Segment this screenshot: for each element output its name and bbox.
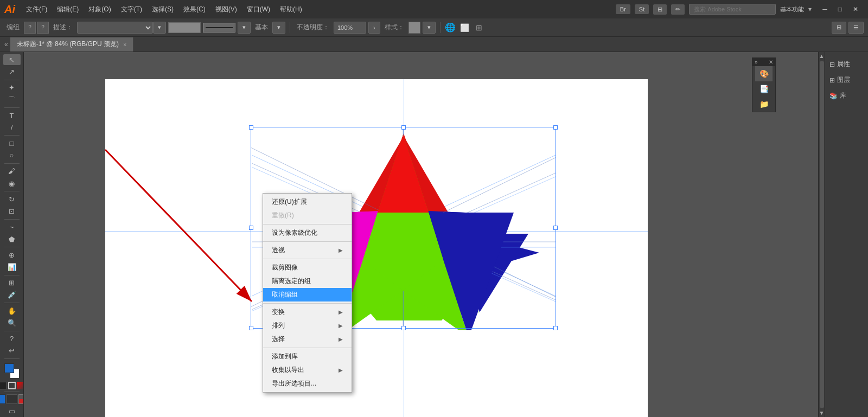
ctx-pixel-optimize[interactable]: 设为像素级优化 bbox=[263, 226, 352, 240]
transform-icon[interactable]: ⬜ bbox=[458, 23, 471, 32]
normal-mode-btn[interactable] bbox=[0, 394, 5, 404]
undo-tool[interactable]: ↩ bbox=[3, 345, 21, 356]
fill-icon[interactable] bbox=[0, 382, 7, 389]
shape-builder-tool[interactable]: ⬟ bbox=[3, 234, 21, 245]
fp-layers-icon[interactable]: 📑 bbox=[755, 81, 773, 97]
scroll-down-btn[interactable]: ▼ bbox=[818, 409, 825, 417]
stroke-style-btn[interactable]: ▾ bbox=[238, 22, 251, 34]
br-icon-btn[interactable]: Br bbox=[616, 4, 630, 14]
artboard-tool[interactable]: ⊞ bbox=[3, 278, 21, 288]
ctx-undo[interactable]: 还原(U)扩展 bbox=[263, 195, 352, 209]
scroll-thumb[interactable] bbox=[820, 61, 824, 408]
grid-icon-btn[interactable]: ⊞ bbox=[653, 4, 667, 15]
library-panel-btn[interactable]: 📚 库 bbox=[825, 88, 868, 104]
stroke-icon[interactable] bbox=[8, 382, 16, 389]
select-tool[interactable]: ↖ bbox=[3, 54, 21, 65]
tool-option-2[interactable]: ? bbox=[37, 22, 49, 34]
style-preview[interactable] bbox=[409, 22, 420, 34]
fp-close-icon[interactable]: ✕ bbox=[769, 59, 773, 65]
hand-tool[interactable]: ✋ bbox=[3, 305, 21, 316]
transform2-icon[interactable]: ⊞ bbox=[474, 23, 484, 32]
transform-arrow-icon: ▶ bbox=[339, 309, 343, 315]
text-tool[interactable]: T bbox=[3, 110, 21, 121]
rect-tool[interactable]: □ bbox=[3, 138, 21, 149]
close-button[interactable]: ✕ bbox=[847, 0, 864, 18]
paintbrush-tool[interactable]: 🖌 bbox=[3, 166, 21, 177]
menu-object[interactable]: 对象(O) bbox=[84, 3, 115, 16]
ctx-ungroup[interactable]: 取消编组 bbox=[263, 288, 352, 301]
ctx-add-to-library[interactable]: 添加到库 bbox=[263, 350, 352, 363]
color-squares[interactable] bbox=[4, 363, 20, 378]
toolbar: 编组 ? ? 描述： ▾ ▾ 基本 ▾ 不透明度： › 样式： ▾ 🌐 ⬜ ⊞ … bbox=[0, 18, 868, 37]
menu-select[interactable]: 选择(S) bbox=[148, 3, 178, 16]
screen-mode-1-btn[interactable] bbox=[7, 394, 17, 404]
globe-icon[interactable]: 🌐 bbox=[445, 22, 456, 33]
properties-panel-btn[interactable]: ⊟ 属性 bbox=[825, 56, 868, 72]
pen-icon-btn[interactable]: ✏ bbox=[671, 4, 685, 15]
opacity-input[interactable] bbox=[334, 22, 366, 34]
question-tool[interactable]: ? bbox=[3, 333, 21, 344]
symbol-tool[interactable]: ⊕ bbox=[3, 249, 21, 260]
menu-file[interactable]: 文件(F) bbox=[22, 3, 52, 16]
menu-text[interactable]: 文字(T) bbox=[117, 3, 146, 16]
menu-effect[interactable]: 效果(C) bbox=[179, 3, 210, 16]
pen-tool[interactable]: ✦ bbox=[3, 82, 21, 93]
ctx-perspective[interactable]: 透视 ▶ bbox=[263, 243, 352, 257]
change-screen-btn[interactable]: ▭ bbox=[3, 406, 21, 417]
fp-library-icon[interactable]: 📁 bbox=[755, 97, 773, 112]
st-icon-btn[interactable]: St bbox=[635, 4, 649, 14]
stroke-select[interactable] bbox=[77, 22, 153, 34]
direct-select-tool[interactable]: ↗ bbox=[3, 66, 21, 77]
ctx-redo: 重做(R) bbox=[263, 209, 352, 222]
ellipse-tool[interactable]: ○ bbox=[3, 150, 21, 161]
fp-color-icon[interactable]: 🎨 bbox=[755, 66, 773, 81]
graph-tool[interactable]: 📊 bbox=[3, 261, 21, 272]
menu-window[interactable]: 窗口(W) bbox=[242, 3, 275, 16]
search-input[interactable] bbox=[689, 4, 776, 15]
opacity-more-btn[interactable]: › bbox=[368, 22, 380, 34]
panel-toggle-2[interactable]: ☰ bbox=[848, 22, 864, 34]
color-area bbox=[0, 363, 24, 389]
chevron-down-icon[interactable]: ▾ bbox=[808, 5, 812, 13]
blob-brush-tool[interactable]: ◉ bbox=[3, 178, 21, 189]
ctx-transform[interactable]: 变换 ▶ bbox=[263, 305, 352, 319]
main-tab[interactable]: 未标题-1* @ 84% (RGB/GPU 预览) × bbox=[10, 37, 134, 52]
ctx-select[interactable]: 选择 ▶ bbox=[263, 332, 352, 346]
ctx-export-selected[interactable]: 导出所选项目... bbox=[263, 377, 352, 390]
screen-mode-2-btn[interactable] bbox=[18, 394, 24, 404]
fill-preview[interactable] bbox=[168, 22, 201, 33]
warp-tool[interactable]: ~ bbox=[3, 222, 21, 233]
panel-toggle-1[interactable]: ⊞ bbox=[832, 22, 846, 34]
canvas-area[interactable]: 还原(U)扩展 重做(R) 设为像素级优化 透视 ▶ 裁剪图像 隔离选定的组 bbox=[24, 52, 825, 417]
tab-close-btn[interactable]: × bbox=[123, 41, 126, 48]
fp-expand-icon[interactable]: » bbox=[755, 59, 758, 65]
tool-option-1[interactable]: ? bbox=[24, 22, 36, 34]
ctx-collect-export[interactable]: 收集以导出 ▶ bbox=[263, 363, 352, 377]
maximize-button[interactable]: □ bbox=[833, 0, 847, 18]
tabs-left-icon[interactable]: « bbox=[2, 41, 10, 48]
none-icon[interactable] bbox=[17, 382, 24, 389]
eyedropper-tool[interactable]: 💉 bbox=[3, 290, 21, 300]
line-tool[interactable]: / bbox=[3, 122, 21, 133]
fg-color-swatch[interactable] bbox=[4, 363, 14, 373]
jiben-btn[interactable]: ▾ bbox=[272, 22, 285, 34]
menu-help[interactable]: 帮助(H) bbox=[276, 3, 307, 16]
stroke-dropdown-btn[interactable]: ▾ bbox=[153, 22, 166, 34]
opacity-label: 不透明度： bbox=[295, 23, 331, 32]
rotate-tool[interactable]: ↻ bbox=[3, 194, 21, 204]
menu-view[interactable]: 视图(V) bbox=[211, 3, 241, 16]
far-right-panel: ⊟ 属性 ⊞ 图层 📚 库 bbox=[825, 52, 868, 417]
style-dropdown-btn[interactable]: ▾ bbox=[423, 22, 436, 34]
scale-tool[interactable]: ⊡ bbox=[3, 206, 21, 216]
ctx-crop-image[interactable]: 裁剪图像 bbox=[263, 261, 352, 274]
zoom-tool[interactable]: 🔍 bbox=[3, 317, 21, 328]
minimize-button[interactable]: ─ bbox=[817, 0, 833, 18]
scroll-up-btn[interactable]: ▲ bbox=[818, 52, 825, 60]
menu-edit[interactable]: 编辑(E) bbox=[53, 3, 83, 16]
vertical-scrollbar[interactable]: ▲ ▼ bbox=[818, 52, 825, 417]
ctx-isolate-group[interactable]: 隔离选定的组 bbox=[263, 274, 352, 288]
layers-panel-btn[interactable]: ⊞ 图层 bbox=[825, 72, 868, 88]
ctx-arrange[interactable]: 排列 ▶ bbox=[263, 319, 352, 332]
curvature-tool[interactable]: ⌒ bbox=[3, 94, 21, 105]
tab-title: 未标题-1* @ 84% (RGB/GPU 预览) bbox=[17, 40, 119, 49]
